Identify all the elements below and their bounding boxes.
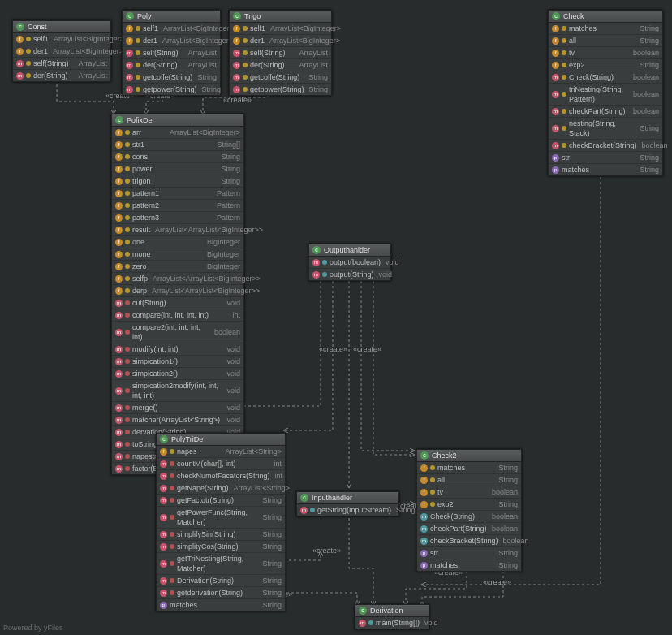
method-row[interactable]: msimpication2()void — [112, 368, 243, 380]
member-name: simpication2modify(int, int, int, int) — [132, 381, 222, 400]
modifier-icon — [243, 26, 248, 31]
class-pofixde[interactable]: cPofixDefarrArrayList<BigInteger>fstr1St… — [111, 114, 244, 475]
method-row[interactable]: mcheckPart(String)boolean — [417, 523, 521, 535]
class-check2[interactable]: cCheck2fmatchesStringfallStringftvboolea… — [416, 449, 522, 572]
class-header[interactable]: cCheck2 — [417, 450, 521, 462]
class-header[interactable]: cDerivation — [355, 605, 429, 617]
field-row[interactable]: fpattern3Pattern — [112, 212, 243, 224]
field-row[interactable]: fder1ArrayList<BigInteger> — [230, 35, 331, 47]
method-row[interactable]: mDerivation(String)String — [157, 575, 285, 587]
class-header[interactable]: cPofixDe — [112, 114, 243, 127]
property-row[interactable]: pmatchesString — [157, 599, 285, 611]
method-row[interactable]: mcheckBracket(String)boolean — [417, 535, 521, 547]
method-row[interactable]: mgetpower(String)String — [230, 84, 331, 95]
method-row[interactable]: mcountM(char[], int)int — [157, 458, 285, 470]
method-row[interactable]: msimplifySin(String)String — [157, 529, 285, 541]
class-title: Derivation — [370, 607, 403, 615]
field-row[interactable]: foneBigInteger — [112, 236, 243, 248]
method-row[interactable]: mself(String)ArrayList — [230, 47, 331, 59]
field-row[interactable]: fselfpArrayList<ArrayList<BigInteger>> — [112, 273, 243, 285]
field-row[interactable]: fmoneBigInteger — [112, 248, 243, 261]
field-row[interactable]: fexp2String — [417, 499, 521, 511]
method-row[interactable]: msimplityCos(String)String — [157, 541, 285, 553]
method-row[interactable]: mself(String)ArrayList — [123, 47, 220, 59]
method-row[interactable]: mCheck(String)boolean — [549, 71, 662, 84]
class-header[interactable]: cCheck — [549, 11, 662, 23]
method-row[interactable]: mgetderivation(String)String — [157, 587, 285, 599]
method-row[interactable]: mcut(String)void — [112, 297, 243, 309]
method-row[interactable]: moutput(boolean)void — [309, 257, 390, 269]
field-row[interactable]: fself1ArrayList<BigInteger> — [13, 33, 110, 45]
method-row[interactable]: mmerge()void — [112, 402, 243, 414]
method-row[interactable]: mgetpower(String)String — [123, 84, 220, 95]
method-row[interactable]: mgetFactotr(String)String — [157, 495, 285, 507]
method-row[interactable]: mnesting(String, Stack)String — [549, 118, 662, 140]
method-row[interactable]: mmain(String[])void — [355, 617, 429, 629]
field-row[interactable]: fallString — [549, 35, 662, 47]
method-row[interactable]: mmatcher(ArrayList<String>)void — [112, 414, 243, 426]
property-row[interactable]: pmatchesString — [417, 559, 521, 571]
method-row[interactable]: mgetString(InputStream)String — [297, 504, 398, 516]
field-row[interactable]: ftvboolean — [549, 47, 662, 59]
method-row[interactable]: mder(String)ArrayList — [13, 70, 110, 81]
method-row[interactable]: mgetcoffe(String)String — [123, 71, 220, 84]
method-row[interactable]: moutput(String)void — [309, 269, 390, 280]
method-row[interactable]: mCheck(String)boolean — [417, 511, 521, 523]
modifier-icon — [562, 109, 566, 114]
method-row[interactable]: mcompare2(int, int, int, int)boolean — [112, 322, 243, 343]
method-row[interactable]: mcheckBracket(String)boolean — [549, 140, 662, 152]
class-outputhandler[interactable]: cOutputhanldermoutput(boolean)voidmoutpu… — [308, 244, 391, 281]
field-row[interactable]: fderpArrayList<ArrayList<BigInteger>> — [112, 285, 243, 297]
field-row[interactable]: fself1ArrayList<BigInteger> — [230, 23, 331, 35]
field-row[interactable]: fself1ArrayList<BigInteger> — [123, 23, 220, 35]
class-check[interactable]: cCheckfmatchesStringfallStringftvboolean… — [548, 10, 663, 176]
field-row[interactable]: fconsString — [112, 151, 243, 163]
field-row[interactable]: fzeroBigInteger — [112, 261, 243, 273]
method-row[interactable]: mder(String)ArrayList — [230, 59, 331, 71]
class-inputhandler[interactable]: cInputhandlermgetString(InputStream)Stri… — [296, 491, 399, 516]
method-row[interactable]: msimpication2modify(int, int, int, int)v… — [112, 380, 243, 402]
class-header[interactable]: cConst — [13, 21, 110, 33]
field-row[interactable]: fder1ArrayList<BigInteger> — [123, 35, 220, 47]
class-header[interactable]: cTrigo — [230, 11, 331, 23]
method-row[interactable]: mmodify(int, int)void — [112, 343, 243, 356]
method-row[interactable]: mgetcoffe(String)String — [230, 71, 331, 84]
method-row[interactable]: mgetNape(String)ArrayList<String> — [157, 482, 285, 495]
field-row[interactable]: fder1ArrayList<BigInteger> — [13, 45, 110, 58]
field-row[interactable]: fmatchesString — [417, 462, 521, 474]
field-row[interactable]: fpattern1Pattern — [112, 188, 243, 200]
property-row[interactable]: pstrString — [417, 547, 521, 559]
method-row[interactable]: mcheckPart(String)boolean — [549, 106, 662, 118]
field-row[interactable]: fmatchesString — [549, 23, 662, 35]
class-header[interactable]: cInputhandler — [297, 492, 398, 504]
class-header[interactable]: cOutputhanlder — [309, 244, 390, 257]
field-row[interactable]: fnapesArrayList<String> — [157, 446, 285, 458]
field-row[interactable]: fpowerString — [112, 163, 243, 175]
field-row[interactable]: fpattern2Pattern — [112, 200, 243, 212]
class-header[interactable]: cPolyTriDe — [157, 434, 285, 446]
field-row[interactable]: fstr1String[] — [112, 139, 243, 151]
property-row[interactable]: pstrString — [549, 152, 662, 164]
method-row[interactable]: msimpication1()void — [112, 356, 243, 368]
field-row[interactable]: fexp2String — [549, 59, 662, 71]
field-row[interactable]: ftrigonString — [112, 175, 243, 188]
field-row[interactable]: ftvboolean — [417, 486, 521, 499]
class-header[interactable]: cPoly — [123, 11, 220, 23]
method-row[interactable]: mcheckNumofFacators(String)int — [157, 470, 285, 482]
class-trigo[interactable]: cTrigofself1ArrayList<BigInteger>fder1Ar… — [229, 10, 332, 96]
class-poly[interactable]: cPolyfself1ArrayList<BigInteger>fder1Arr… — [122, 10, 221, 96]
class-polytride[interactable]: cPolyTriDefnapesArrayList<String>mcountM… — [156, 433, 286, 611]
method-row[interactable]: mtriNesting(String, Pattern)boolean — [549, 84, 662, 106]
field-row[interactable]: fallString — [417, 474, 521, 486]
method-row[interactable]: mcompare(int, int, int, int)int — [112, 309, 243, 322]
method-row[interactable]: mself(String)ArrayList — [13, 58, 110, 70]
class-const[interactable]: cConstfself1ArrayList<BigInteger>fder1Ar… — [12, 20, 111, 82]
field-row[interactable]: fresultArrayList<ArrayList<BigInteger>> — [112, 224, 243, 236]
field-icon: f — [115, 287, 123, 295]
method-row[interactable]: mgetPowerFunc(String, Matcher)String — [157, 507, 285, 529]
field-row[interactable]: farrArrayList<BigInteger> — [112, 127, 243, 139]
property-row[interactable]: pmatchesString — [549, 164, 662, 175]
class-derivation[interactable]: cDerivationmmain(String[])void — [355, 604, 429, 629]
method-row[interactable]: mgetTriNesting(String, Matcher)String — [157, 553, 285, 575]
method-row[interactable]: mder(String)ArrayList — [123, 59, 220, 71]
